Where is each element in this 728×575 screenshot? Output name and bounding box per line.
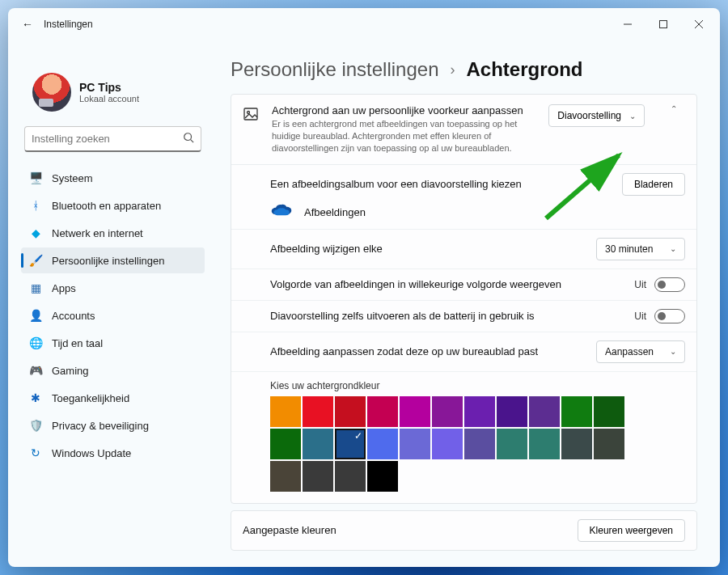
battery-state: Uit <box>634 311 646 322</box>
color-swatch[interactable] <box>464 396 495 427</box>
maximize-button[interactable] <box>645 12 681 36</box>
nav-icon: ◆ <box>29 226 42 239</box>
battery-label: Diavoorstelling zelfs uitvoeren als de b… <box>270 310 535 322</box>
profile-block[interactable]: PC Tips Lokaal account <box>21 49 205 126</box>
browse-button[interactable]: Bladeren <box>622 173 685 196</box>
settings-window: ← Instellingen PC Tips Lokaal account 🖥️… <box>8 8 720 567</box>
fit-label: Afbeelding aanpassen zodat deze op uw bu… <box>270 345 538 357</box>
fit-row: Afbeelding aanpassen zodat deze op uw bu… <box>231 332 696 372</box>
color-swatch[interactable] <box>594 429 624 459</box>
nav-item-4[interactable]: ▦Apps <box>21 275 205 301</box>
color-swatch[interactable] <box>497 429 527 459</box>
color-swatch[interactable] <box>400 429 430 459</box>
color-swatch[interactable] <box>529 429 560 459</box>
nav-icon: ▦ <box>29 281 42 294</box>
color-swatch[interactable] <box>400 396 430 427</box>
color-swatch[interactable] <box>432 429 463 459</box>
shuffle-state: Uit <box>634 279 646 290</box>
fit-dropdown[interactable]: Aanpassen ⌄ <box>596 340 685 363</box>
color-swatch[interactable] <box>303 396 333 427</box>
nav-label: Toegankelijkheid <box>52 392 129 404</box>
avatar <box>32 73 71 112</box>
nav-item-0[interactable]: 🖥️Systeem <box>21 165 205 191</box>
page-title: Achtergrond <box>466 58 582 81</box>
background-mode-dropdown[interactable]: Diavoorstelling ⌄ <box>548 104 645 127</box>
color-swatches <box>270 396 626 492</box>
color-swatch[interactable] <box>561 396 592 427</box>
custom-label: Aangepaste kleuren <box>243 524 336 536</box>
interval-row: Afbeelding wijzigen elke 30 minuten ⌄ <box>231 230 696 269</box>
color-swatch[interactable] <box>497 396 527 427</box>
nav-icon: 🌐 <box>29 336 42 349</box>
nav-item-2[interactable]: ◆Netwerk en internet <box>21 220 205 246</box>
color-swatch[interactable] <box>303 429 333 459</box>
shuffle-toggle[interactable] <box>654 277 685 292</box>
interval-label: Afbeelding wijzigen elke <box>270 243 383 255</box>
close-button[interactable] <box>681 12 717 36</box>
nav-label: Apps <box>52 282 76 294</box>
color-swatch[interactable] <box>367 396 398 427</box>
color-swatch[interactable] <box>335 429 366 459</box>
color-swatch[interactable] <box>303 461 333 492</box>
breadcrumb-sep-icon: › <box>450 61 455 78</box>
svg-rect-6 <box>244 108 257 120</box>
svg-rect-1 <box>660 21 667 28</box>
color-swatch[interactable] <box>367 429 398 459</box>
search-box[interactable] <box>24 126 201 152</box>
nav-item-1[interactable]: ᚼBluetooth en apparaten <box>21 192 205 218</box>
nav-item-5[interactable]: 👤Accounts <box>21 302 205 328</box>
nav-label: Privacy & beveiliging <box>52 420 149 432</box>
breadcrumb: Persoonlijke instellingen › Achtergrond <box>231 58 697 81</box>
color-swatch[interactable] <box>335 461 366 492</box>
color-swatch[interactable] <box>367 461 398 492</box>
color-swatch[interactable] <box>464 429 495 459</box>
nav-item-7[interactable]: 🎮Gaming <box>21 357 205 383</box>
nav-label: Bluetooth en apparaten <box>52 200 161 212</box>
chevron-down-icon: ⌄ <box>670 244 676 253</box>
chevron-up-icon: ⌃ <box>671 104 677 113</box>
chevron-down-icon: ⌄ <box>670 347 676 356</box>
back-button[interactable]: ← <box>11 18 44 31</box>
battery-toggle[interactable] <box>654 309 685 323</box>
battery-row: Diavoorstelling zelfs uitvoeren als de b… <box>231 301 696 332</box>
color-swatch[interactable] <box>594 396 624 427</box>
color-swatch[interactable] <box>270 461 301 492</box>
chevron-down-icon: ⌄ <box>629 112 636 120</box>
nav-label: Persoonlijke instellingen <box>52 255 164 267</box>
search-input[interactable] <box>32 133 183 145</box>
main-content: Persoonlijke instellingen › Achtergrond … <box>214 40 720 567</box>
nav-item-6[interactable]: 🌐Tijd en taal <box>21 330 205 356</box>
minimize-button[interactable] <box>610 12 645 36</box>
color-swatch[interactable] <box>270 429 301 459</box>
svg-point-7 <box>248 112 250 114</box>
nav-icon: 👤 <box>29 309 42 322</box>
custom-colors-panel: Aangepaste kleuren Kleuren weergeven <box>231 510 697 551</box>
nav-icon: 🖌️ <box>29 254 42 267</box>
nav-icon: ↻ <box>29 446 42 459</box>
bg-title: Achtergrond aan uw persoonlijke voorkeur… <box>272 104 537 116</box>
nav-label: Systeem <box>52 172 93 184</box>
profile-sub: Lokaal account <box>79 94 139 104</box>
color-label: Kies uw achtergrondkleur <box>270 380 685 391</box>
nav-label: Tijd en taal <box>52 337 103 349</box>
album-row: Een afbeeldingsalbum voor een diavoorste… <box>231 165 696 230</box>
nav-item-10[interactable]: ↻Windows Update <box>21 440 205 466</box>
nav-item-3[interactable]: 🖌️Persoonlijke instellingen <box>21 247 205 273</box>
titlebar: ← Instellingen <box>8 8 720 40</box>
nav-item-8[interactable]: ✱Toegankelijkheid <box>21 385 205 411</box>
color-swatch[interactable] <box>335 396 366 427</box>
interval-value: 30 minuten <box>605 243 653 255</box>
collapse-button[interactable]: ⌃ <box>662 104 685 113</box>
color-swatch[interactable] <box>529 396 560 427</box>
nav-item-9[interactable]: 🛡️Privacy & beveiliging <box>21 412 205 438</box>
album-folder: Afbeeldingen <box>304 206 366 218</box>
background-header: Achtergrond aan uw persoonlijke voorkeur… <box>231 95 696 165</box>
color-swatch[interactable] <box>432 396 463 427</box>
nav-icon: 🖥️ <box>29 171 42 184</box>
show-colors-button[interactable]: Kleuren weergeven <box>578 519 685 542</box>
shuffle-label: Volgorde van afbeeldingen in willekeurig… <box>270 278 561 290</box>
color-swatch[interactable] <box>561 429 592 459</box>
breadcrumb-parent[interactable]: Persoonlijke instellingen <box>231 58 438 81</box>
color-swatch[interactable] <box>270 396 301 427</box>
interval-dropdown[interactable]: 30 minuten ⌄ <box>596 238 685 260</box>
